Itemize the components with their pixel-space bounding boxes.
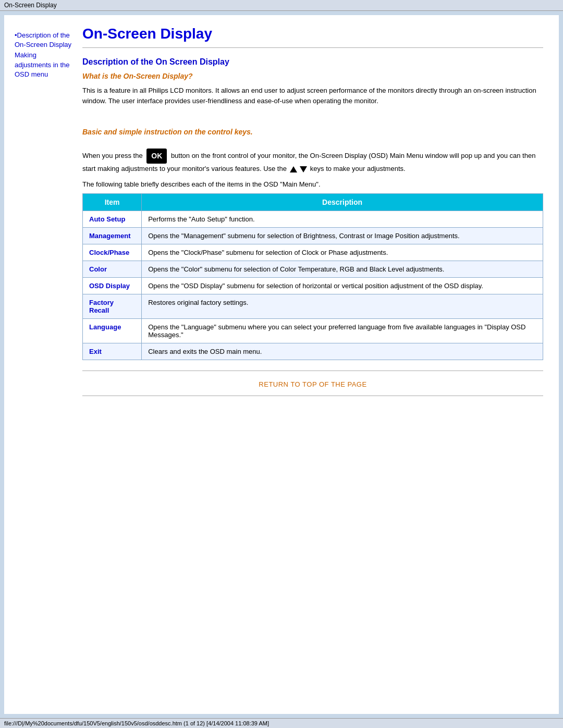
control-text-3: keys to make your adjustments. bbox=[310, 165, 406, 172]
browser-content: •Description of the On-Screen Display Ma… bbox=[0, 11, 563, 718]
ok-button-icon: OK bbox=[146, 149, 167, 164]
italic-subtitle: What is the On-Screen Display? bbox=[82, 72, 543, 80]
page-title: On-Screen Display bbox=[82, 26, 543, 42]
table-cell-description: Restores original factory settings. bbox=[142, 294, 543, 319]
table-item-link[interactable]: Factory Recall bbox=[89, 299, 114, 314]
table-cell-description: Opens the "OSD Display" submenu for sele… bbox=[142, 278, 543, 294]
table-cell-item: Exit bbox=[83, 343, 142, 360]
return-to-top-link[interactable]: RETURN TO TOP OF THE PAGE bbox=[82, 380, 543, 388]
table-cell-item: Factory Recall bbox=[83, 294, 142, 319]
table-row: ExitClears and exits the OSD main menu. bbox=[83, 343, 543, 360]
main-content: On-Screen Display Description of the On … bbox=[77, 26, 543, 704]
arrow-up-icon bbox=[290, 166, 297, 172]
control-text-para: When you press the OK button on the fron… bbox=[82, 149, 543, 174]
control-text-1: When you press the bbox=[82, 152, 143, 159]
arrow-icons bbox=[290, 164, 308, 175]
sidebar: •Description of the On-Screen Display Ma… bbox=[15, 26, 77, 704]
table-cell-item: Auto Setup bbox=[83, 211, 142, 228]
table-header-item: Item bbox=[83, 194, 142, 211]
section-title: Description of the On Screen Display bbox=[82, 57, 543, 67]
table-item-link[interactable]: Auto Setup bbox=[89, 215, 125, 223]
basic-instruction: Basic and simple instruction on the cont… bbox=[82, 128, 543, 136]
table-cell-description: Opens the "Color" submenu for selection … bbox=[142, 261, 543, 278]
spacer2 bbox=[82, 141, 543, 149]
bottom-divider2 bbox=[82, 396, 543, 396]
table-cell-description: Clears and exits the OSD main menu. bbox=[142, 343, 543, 360]
desc-paragraph: This is a feature in all Philips LCD mon… bbox=[82, 85, 543, 106]
osd-table: Item Description Auto SetupPerforms the … bbox=[82, 193, 543, 360]
sidebar-link-description[interactable]: •Description of the On-Screen Display bbox=[15, 31, 72, 50]
table-cell-description: Performs the "Auto Setup" function. bbox=[142, 211, 543, 228]
table-cell-item: Language bbox=[83, 319, 142, 343]
table-cell-item: OSD Display bbox=[83, 278, 142, 294]
bottom-divider1 bbox=[82, 371, 543, 371]
table-row: LanguageOpens the "Language" submenu whe… bbox=[83, 319, 543, 343]
table-row: Factory RecallRestores original factory … bbox=[83, 294, 543, 319]
table-cell-description: Opens the "Clock/Phase" submenu for sele… bbox=[142, 244, 543, 261]
arrow-down-icon bbox=[300, 166, 307, 172]
table-item-link[interactable]: Color bbox=[89, 265, 107, 273]
table-row: OSD DisplayOpens the "OSD Display" subme… bbox=[83, 278, 543, 294]
table-row: Auto SetupPerforms the "Auto Setup" func… bbox=[83, 211, 543, 228]
spacer1 bbox=[82, 112, 543, 128]
page-container: •Description of the On-Screen Display Ma… bbox=[4, 15, 559, 714]
status-bar-text: file:///D|/My%20documents/dfu/150V5/engl… bbox=[4, 720, 269, 726]
table-desc: The following table briefly describes ea… bbox=[82, 180, 543, 188]
table-item-link[interactable]: Management bbox=[89, 232, 130, 240]
sidebar-link-making[interactable]: Making adjustments in the OSD menu bbox=[15, 51, 72, 79]
table-item-link[interactable]: Clock/Phase bbox=[89, 249, 129, 256]
title-bar: On-Screen Display bbox=[0, 0, 563, 11]
table-row: Clock/PhaseOpens the "Clock/Phase" subme… bbox=[83, 244, 543, 261]
status-bar: file:///D|/My%20documents/dfu/150V5/engl… bbox=[0, 718, 563, 728]
table-item-link[interactable]: Language bbox=[89, 323, 121, 331]
title-bar-text: On-Screen Display bbox=[4, 2, 57, 9]
table-cell-item: Clock/Phase bbox=[83, 244, 142, 261]
table-cell-item: Management bbox=[83, 228, 142, 244]
table-row: ManagementOpens the "Management" submenu… bbox=[83, 228, 543, 244]
table-item-link[interactable]: OSD Display bbox=[89, 282, 130, 290]
table-header-description: Description bbox=[142, 194, 543, 211]
table-cell-description: Opens the "Language" submenu where you c… bbox=[142, 319, 543, 343]
table-row: ColorOpens the "Color" submenu for selec… bbox=[83, 261, 543, 278]
table-item-link[interactable]: Exit bbox=[89, 348, 102, 355]
table-cell-item: Color bbox=[83, 261, 142, 278]
table-cell-description: Opens the "Management" submenu for selec… bbox=[142, 228, 543, 244]
top-divider bbox=[82, 47, 543, 48]
